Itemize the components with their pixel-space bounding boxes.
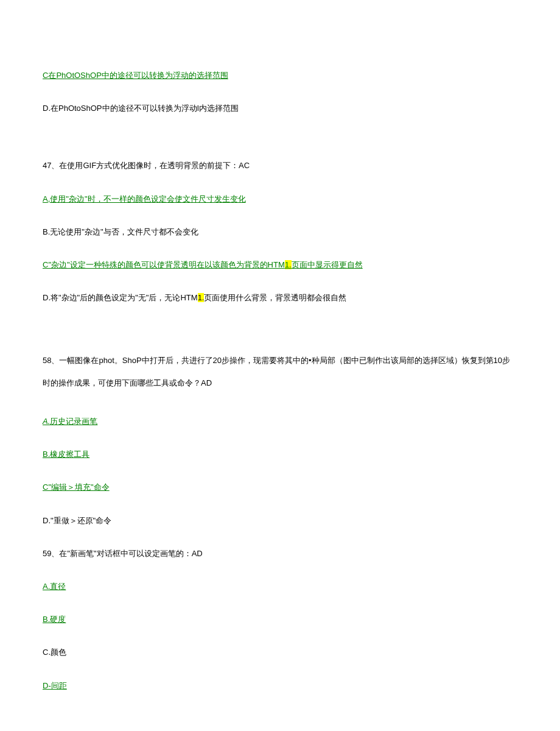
q58-option-c: C"编辑＞填充"命令: [43, 482, 517, 493]
answer-text: B.橡皮擦工具: [43, 450, 89, 459]
answer-text: C在PhOtOShOP中的途径可以转换为浮动的选择范围: [43, 71, 228, 80]
option-text: B.无论使用"杂边"与否，文件尺寸都不会变化: [43, 227, 198, 236]
q59-option-a: A.直径: [43, 581, 517, 592]
q59-option-c: C.颜色: [43, 647, 517, 658]
q46-option-d: D.在PhOtoShOP中的途径不可以转换为浮动I内选择范围: [43, 103, 517, 114]
q46-option-c: C在PhOtOShOP中的途径可以转换为浮动的选择范围: [43, 70, 517, 81]
q58-option-b: B.橡皮擦工具: [43, 449, 517, 460]
highlight: 1.: [198, 293, 205, 302]
q47-option-b: B.无论使用"杂边"与否，文件尺寸都不会变化: [43, 227, 517, 238]
q58-stem: 58、一幅图像在phot。ShoP中打开后，共进行了20步操作，现需要将其中的•…: [43, 350, 517, 394]
highlight: 1.: [285, 260, 292, 269]
stem-text: 47、在使用GIF方式优化图像时，在透明背景的前提下：AC: [43, 161, 250, 170]
q59-stem: 59、在"新画笔"对话框中可以设定画笔的：AD: [43, 548, 517, 559]
answer-text: B.硬度: [43, 615, 66, 624]
option-text-pre: D.将"杂边"后的颜色设定为"无"后，无论HTM: [43, 293, 198, 302]
q47-stem: 47、在使用GIF方式优化图像时，在透明背景的前提下：AC: [43, 160, 517, 171]
section-gap: [43, 325, 517, 350]
stem-text: 59、在"新画笔"对话框中可以设定画笔的：AD: [43, 549, 203, 558]
option-text: C.颜色: [43, 648, 66, 657]
q47-option-c: C"杂边"设定一种特殊的颜色可以使背景透明在以该颜色为背景的HTM1.页面中显示…: [43, 260, 517, 270]
q47-option-a: A,使用"杂边"时，不一样的颜色设定会使文件尺寸发生变化: [43, 194, 517, 205]
option-text: D."重做＞还原"命令: [43, 516, 111, 525]
answer-text: 历史记录画笔: [50, 417, 97, 426]
q47-option-d: D.将"杂边"后的颜色设定为"无"后，无论HTM1.页面使用什么背景，背景透明都…: [43, 292, 517, 303]
answer-text: A.直径: [43, 582, 66, 591]
answer-text: D-间距: [43, 681, 67, 690]
q58-option-a: A.历史记录画笔: [43, 416, 517, 427]
answer-prefix: A.: [43, 417, 50, 426]
section-gap: [43, 136, 517, 160]
answer-text: C"编辑＞填充"命令: [43, 482, 110, 492]
q58-option-d: D."重做＞还原"命令: [43, 515, 517, 526]
answer-text: A,使用"杂边"时，不一样的颜色设定会使文件尺寸发生变化: [43, 194, 246, 203]
option-text-post: 页面使用什么背景，背景透明都会很自然: [204, 293, 346, 302]
answer-text-post: 页面中显示得更自然: [292, 260, 363, 269]
answer-text-pre: C"杂边"设定一种特殊的颜色可以使背景透明在以该颜色为背景的HTM: [43, 260, 285, 269]
option-text: D.在PhOtoShOP中的途径不可以转换为浮动I内选择范围: [43, 104, 239, 113]
q59-option-b: B.硬度: [43, 614, 517, 625]
q59-option-d: D-间距: [43, 680, 517, 691]
stem-text: 58、一幅图像在phot。ShoP中打开后，共进行了20步操作，现需要将其中的•…: [43, 356, 510, 387]
